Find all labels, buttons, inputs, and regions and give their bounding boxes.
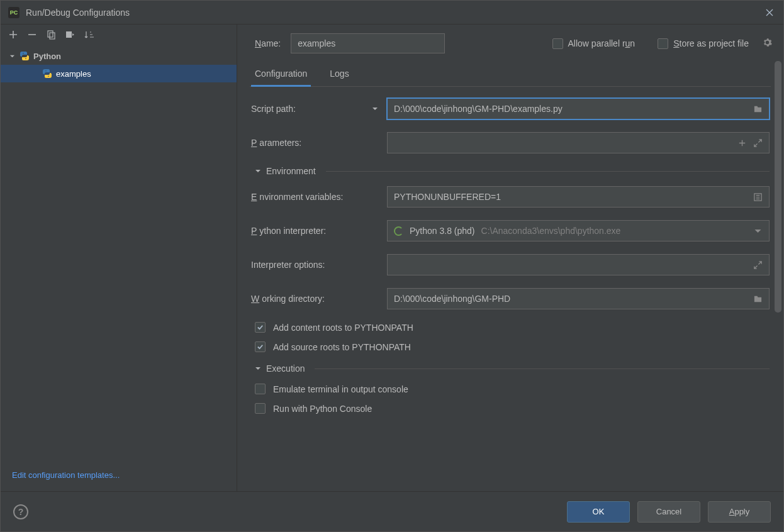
name-input[interactable] [291,33,445,53]
add-config-button[interactable] [8,30,18,40]
svg-rect-0 [48,31,53,37]
env-vars-field[interactable]: PYTHONUNBUFFERED=1 [387,186,770,208]
env-vars-label: Environment variables: [251,192,387,202]
cancel-button[interactable]: Cancel [637,501,700,523]
help-button[interactable]: ? [13,504,28,519]
add-source-roots-checkbox[interactable]: Add source roots to PYTHONPATH [255,341,770,352]
edit-templates-link[interactable]: Edit configuration templates... [12,470,120,480]
checkbox-box [255,322,266,333]
parameters-label: Parameters: [251,138,387,148]
working-dir-field[interactable]: D:\000\code\jinhong\GM-PHD [387,288,770,309]
sort-config-button[interactable] [84,30,94,40]
environment-section[interactable]: Environment [255,166,770,176]
header-row: Name: Allow parallel run Store as projec… [237,25,783,60]
tab-logs[interactable]: Logs [326,69,352,86]
store-project-checkbox[interactable]: Store as project file [658,38,749,49]
env-vars-value: PYTHONUNBUFFERED=1 [394,192,747,202]
tab-configuration[interactable]: Configuration [251,69,311,87]
interpreter-dropdown[interactable]: Python 3.8 (phd) C:\Anaconda3\envs\phd\p… [387,220,770,241]
add-content-roots-checkbox[interactable]: Add content roots to PYTHONPATH [255,322,770,333]
checkbox-box [552,38,563,49]
titlebar: PC Run/Debug Configurations [1,1,783,25]
copy-config-button[interactable] [46,30,56,40]
emulate-terminal-label: Emulate terminal in output console [273,384,408,394]
apply-button[interactable]: Apply [708,501,771,523]
expand-icon[interactable] [753,260,763,270]
gear-icon[interactable] [763,38,772,49]
pycharm-icon: PC [8,7,20,18]
tree-item-examples[interactable]: examples [1,65,237,82]
emulate-terminal-checkbox[interactable]: Emulate terminal in output console [255,384,770,394]
interpreter-opts-label: Interpreter options: [251,260,387,270]
plus-icon[interactable] [737,138,747,148]
dialog-footer: ? OK Cancel Apply [1,491,783,531]
name-label: Name: [255,38,281,48]
list-icon[interactable] [753,192,763,202]
chevron-down-icon [753,226,763,236]
config-tree[interactable]: Python examples [1,45,237,463]
run-python-console-label: Run with Python Console [273,404,372,414]
checkbox-box [255,341,266,352]
interpreter-label: Python interpreter: [251,226,387,236]
interpreter-path: C:\Anaconda3\envs\phd\python.exe [481,226,621,236]
folder-icon[interactable] [753,104,763,114]
chevron-down-icon[interactable] [372,104,378,114]
tabs: Configuration Logs [250,60,771,87]
window-title: Run/Debug Configurations [26,8,130,18]
checkbox-box [255,403,266,414]
python-icon [20,51,30,61]
allow-parallel-checkbox[interactable]: Allow parallel run [552,38,636,49]
sidebar-toolbar [1,25,237,45]
sidebar: Python examples Edit configuration templ… [1,25,237,491]
remove-config-button[interactable] [27,30,37,40]
script-path-label: Script path: [251,104,387,114]
tree-root-label: Python [33,52,61,61]
interpreter-opts-field[interactable] [387,254,770,275]
expand-icon[interactable] [753,138,763,148]
add-source-roots-label: Add source roots to PYTHONPATH [273,342,411,352]
tree-root-python[interactable]: Python [1,47,237,65]
parameters-field[interactable] [387,132,770,153]
execution-section[interactable]: Execution [255,363,770,374]
working-dir-value: D:\000\code\jinhong\GM-PHD [394,294,747,304]
chevron-down-icon [9,52,17,61]
interpreter-value: Python 3.8 (phd) [410,226,475,236]
script-path-field[interactable]: D:\000\code\jinhong\GM-PHD\examples.py [387,98,770,119]
ok-button[interactable]: OK [567,501,630,523]
chevron-down-icon [255,167,261,176]
close-button[interactable] [762,5,777,20]
checkbox-box [255,384,266,394]
main-panel: Configuration Logs Script path: D:\000\c… [237,60,783,491]
chevron-down-icon [255,364,261,374]
loading-icon [394,226,403,236]
tree-item-label: examples [56,69,91,79]
svg-rect-1 [50,33,55,39]
script-path-value: D:\000\code\jinhong\GM-PHD\examples.py [394,104,747,114]
save-config-button[interactable] [65,30,75,40]
scrollbar-thumb[interactable] [775,61,781,313]
add-content-roots-label: Add content roots to PYTHONPATH [273,323,413,333]
store-project-label: Store as project file [673,38,749,48]
working-dir-label: Working directory: [251,294,387,304]
allow-parallel-label: Allow parallel run [568,38,636,48]
python-icon [42,69,52,79]
checkbox-box [658,38,668,49]
run-python-console-checkbox[interactable]: Run with Python Console [255,403,770,414]
folder-icon[interactable] [753,294,763,304]
